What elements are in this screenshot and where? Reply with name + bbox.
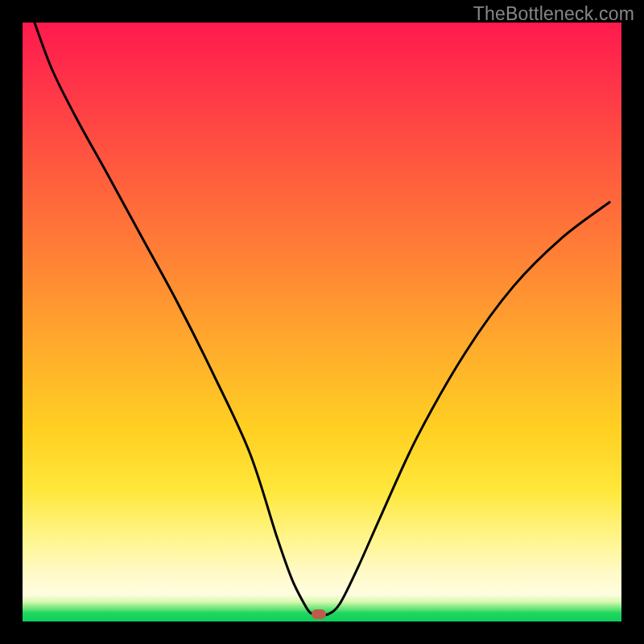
minimum-marker	[312, 609, 326, 619]
chart-frame: TheBottleneck.com	[0, 0, 644, 644]
bottleneck-curve	[23, 23, 621, 621]
watermark-text: TheBottleneck.com	[473, 3, 634, 25]
plot-area	[23, 23, 621, 621]
